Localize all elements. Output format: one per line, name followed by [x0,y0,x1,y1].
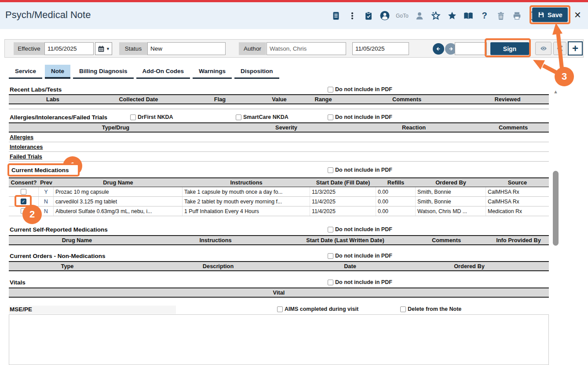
share-icon [556,44,564,52]
calendar-icon [97,45,105,53]
eye-icon [539,44,548,53]
tab-note[interactable]: Note [45,65,70,79]
labs-col-value: Value [259,96,299,103]
self-reported-table-header: Drug Name Instructions Start Date (Last … [9,235,549,245]
meds-pdf-checkbox-label: Do not include in PDF [335,167,392,173]
aims-checkbox-label: AIMS completed during visit [285,306,358,312]
allergies-pdf-checkbox-row: Do not include in PDF [328,114,392,120]
note-date-input[interactable]: 11/05/2025 [352,42,409,55]
allergies-col-reaction: Reaction [350,124,478,131]
goto-label[interactable]: GoTo [396,13,409,19]
meds-col-instructions: Instructions [183,179,310,186]
vitals-col-vital: Vital [9,289,549,296]
trash-icon[interactable] [496,11,506,21]
labs-pdf-checkbox[interactable] [328,87,333,92]
star-filled-icon[interactable] [447,11,457,21]
allergies-link[interactable]: Allergies [10,134,33,140]
tab-service[interactable]: Service [9,65,42,79]
sr-col-info: Info Provided By [488,237,549,243]
tab-billing-diagnosis[interactable]: Billing Diagnosis [73,65,134,79]
consent-checkbox-2[interactable]: ✓ [21,199,26,204]
meds-col-ordered: Ordered By [416,179,486,186]
self-reported-pdf-checkbox[interactable] [328,227,333,232]
person-icon[interactable] [414,11,425,21]
signer-input[interactable] [455,42,487,55]
book-icon[interactable] [463,11,474,21]
previous-note-button[interactable] [433,43,444,55]
ordered-by: Smith, Bonnie [416,187,486,196]
orders-pdf-checkbox-label: Do not include in PDF [335,253,392,259]
close-icon[interactable]: ✕ [574,11,581,19]
meds-col-start: Start Date (Fill Date) [310,179,376,186]
delete-note-checkbox[interactable] [400,306,406,312]
preview-button[interactable] [535,42,551,55]
author-label: Author [239,42,266,55]
ordered-by: Watson, Chris MD ... [416,206,486,216]
clipboard-check-icon[interactable] [363,11,374,21]
delete-note-checkbox-row: Delete from the Note [400,306,461,312]
new-note-button[interactable]: + [568,41,583,55]
status-input[interactable]: New [147,42,226,55]
annotation-box-current-medications: Current Medications [7,163,80,177]
self-reported-pdf-checkbox-row: Do not include in PDF [328,226,392,232]
author-input[interactable]: Watson, Chris [267,42,346,55]
annotation-step-3: 3 [555,67,574,86]
orders-title: Current Orders - Non-Medications [10,253,106,259]
meds-col-prev: Prev [39,179,54,186]
orders-table-header: Type Description Date Ordered By [9,261,549,271]
tab-disposition[interactable]: Disposition [234,65,279,79]
note-document-icon[interactable] [331,11,341,21]
kebab-menu-icon[interactable] [347,11,358,21]
instructions: Take 2 tablet by mouth every morning f..… [183,197,310,206]
drfirst-nkda-label: DrFirst NKDA [138,114,173,120]
intolerances-link[interactable]: Intolerances [10,144,43,150]
orders-pdf-checkbox[interactable] [328,253,333,259]
med-row-carvedilol: ✓ N carvedilol 3.125 mg tablet Take 2 ta… [9,197,549,206]
calendar-dropdown-icon: ▼ [106,47,110,51]
intolerances-row: Intolerances [9,142,549,152]
patient-avatar-icon[interactable] [380,11,390,21]
labs-col-collected: Collected Date [97,96,180,103]
delete-note-checkbox-label: Delete from the Note [408,306,461,312]
vitals-pdf-checkbox-row: Do not include in PDF [328,279,392,285]
start-date: 11/4/2025 [310,206,376,216]
sign-button[interactable]: Sign [490,42,529,55]
star-outline-icon[interactable] [431,11,441,21]
aims-checkbox[interactable] [277,306,283,312]
floppy-icon [537,11,545,18]
sr-col-drug: Drug Name [9,237,145,243]
labs-table-empty-body [9,104,549,109]
sr-col-start: Start Date (Last Written Date) [286,237,405,243]
allergies-pdf-checkbox[interactable] [328,114,333,120]
share-button[interactable] [553,42,566,55]
page-title: Psych/Medical Note [5,9,91,21]
allergies-col-type: Type/Drug [9,124,223,131]
vitals-pdf-checkbox[interactable] [328,280,333,285]
allergies-title: Allergies/Intolerances/Failed Trials [10,114,107,121]
status-label: Status [119,42,147,55]
mse-textarea[interactable] [9,314,549,365]
drfirst-nkda-checkbox[interactable] [130,114,136,120]
scroll-up-arrow[interactable]: ▲ [553,89,558,94]
drug-name: Prozac 10 mg capsule [54,187,183,196]
print-icon[interactable] [512,11,522,21]
vitals-pdf-checkbox-label: Do not include in PDF [335,279,392,285]
effective-date-input[interactable]: 11/05/2025 [44,42,94,55]
allergies-row: Allergies [9,133,549,142]
prev-flag: N [39,197,54,206]
drfirst-nkda-row: DrFirst NKDA [130,114,173,120]
scrollbar-thumb[interactable] [553,171,559,246]
labs-col-reviewed: Reviewed [466,96,549,103]
consent-checkbox-1[interactable] [21,189,26,195]
tab-warnings[interactable]: Warnings [193,65,232,79]
save-button[interactable]: Save [532,7,568,22]
consent-checkbox-3[interactable] [21,208,26,214]
refills: 0.00 [376,187,416,196]
calendar-button[interactable]: ▼ [95,42,112,55]
meds-pdf-checkbox[interactable] [328,167,333,173]
labs-col-comments: Comments [347,96,466,103]
tab-add-on-codes[interactable]: Add-On Codes [136,65,190,79]
help-icon[interactable]: ? [479,11,490,21]
failed-trials-link[interactable]: Failed Trials [10,153,42,160]
smartcare-nkda-checkbox[interactable] [236,114,241,120]
